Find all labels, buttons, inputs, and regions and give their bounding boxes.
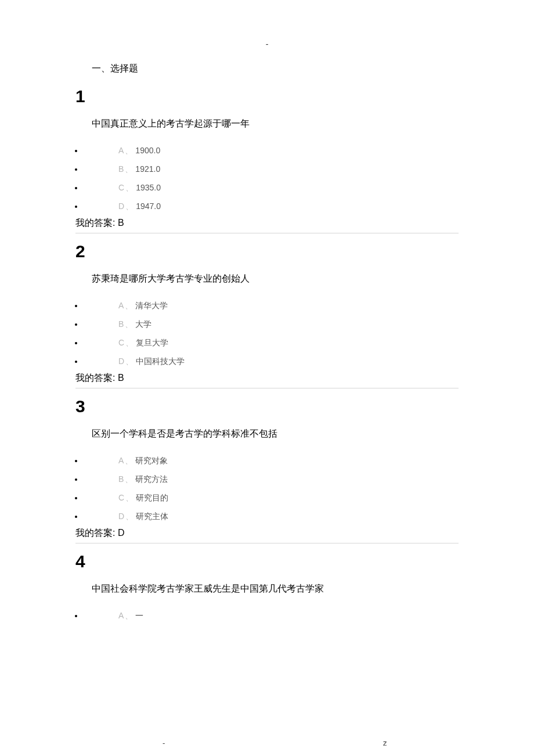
option-item: A、清华大学 — [84, 297, 459, 315]
option-wrap: A、清华大学 — [84, 301, 168, 311]
option-separator: 、 — [125, 456, 133, 465]
footer-dash: - — [163, 739, 165, 747]
option-value: 复旦大学 — [136, 338, 168, 347]
question-text: 区别一个学科是否是考古学的学科标准不包括 — [75, 428, 459, 440]
option-wrap: D、1947.0 — [84, 201, 161, 212]
option-letter: C — [118, 183, 124, 192]
option-separator: 、 — [125, 164, 133, 174]
option-letter: B — [118, 319, 124, 329]
option-value: 1900.0 — [135, 146, 160, 155]
option-letter: D — [118, 201, 124, 211]
answer-value: B — [118, 218, 124, 228]
option-item: A、一 — [84, 607, 459, 625]
question-number: 2 — [75, 242, 459, 261]
option-item: C、研究目的 — [84, 489, 459, 507]
option-wrap: C、复旦大学 — [84, 338, 168, 348]
option-item: C、复旦大学 — [84, 334, 459, 352]
option-value: 大学 — [135, 319, 151, 329]
option-wrap: C、研究目的 — [84, 493, 168, 503]
option-value: 研究主体 — [136, 512, 168, 521]
options-list: A、研究对象B、研究方法C、研究目的D、研究主体 — [75, 452, 459, 526]
question-text: 中国社会科学院考古学家王威先生是中国第几代考古学家 — [75, 583, 459, 595]
option-separator: 、 — [125, 512, 134, 521]
option-letter: A — [118, 611, 124, 620]
options-list: A、1900.0B、1921.0C、1935.0D、1947.0 — [75, 142, 459, 216]
option-item: D、1947.0 — [84, 197, 459, 216]
option-letter: A — [118, 301, 124, 310]
question-number: 3 — [75, 397, 459, 416]
option-wrap: B、大学 — [84, 319, 151, 330]
option-item: A、研究对象 — [84, 452, 459, 470]
answer-row: 我的答案: D — [75, 527, 459, 539]
option-wrap: D、研究主体 — [84, 512, 168, 522]
divider — [75, 543, 459, 543]
option-item: D、研究主体 — [84, 507, 459, 526]
option-separator: 、 — [125, 319, 133, 329]
answer-label: 我的答案: — [75, 528, 115, 538]
option-item: C、1935.0 — [84, 179, 459, 197]
option-item: D、中国科技大学 — [84, 352, 459, 371]
options-list: A、清华大学B、大学C、复旦大学D、中国科技大学 — [75, 297, 459, 371]
option-value: 中国科技大学 — [136, 357, 185, 366]
option-wrap: A、研究对象 — [84, 456, 168, 466]
option-wrap: A、一 — [84, 611, 143, 621]
answer-value: B — [118, 373, 124, 383]
option-letter: B — [118, 474, 124, 484]
option-value: 研究目的 — [136, 493, 168, 502]
option-letter: C — [118, 493, 124, 502]
option-wrap: D、中国科技大学 — [84, 357, 185, 367]
option-separator: 、 — [125, 201, 134, 211]
divider — [75, 388, 459, 388]
option-letter: B — [118, 164, 124, 174]
footer-z: z — [383, 739, 387, 747]
answer-value: D — [118, 528, 125, 538]
option-separator: 、 — [125, 611, 133, 620]
answer-row: 我的答案: B — [75, 217, 459, 229]
answer-row: 我的答案: B — [75, 372, 459, 384]
option-separator: 、 — [125, 357, 134, 366]
questions-container: 1中国真正意义上的考古学起源于哪一年A、1900.0B、1921.0C、1935… — [75, 87, 459, 625]
option-value: 1935.0 — [136, 183, 161, 192]
option-value: 清华大学 — [135, 301, 168, 310]
question-number: 1 — [75, 87, 459, 106]
option-letter: D — [118, 357, 124, 366]
answer-label: 我的答案: — [75, 373, 115, 383]
option-separator: 、 — [125, 301, 133, 310]
question-text: 中国真正意义上的考古学起源于哪一年 — [75, 118, 459, 130]
option-item: B、研究方法 — [84, 470, 459, 489]
option-value: 研究对象 — [135, 456, 168, 465]
option-wrap: C、1935.0 — [84, 183, 161, 193]
question-number: 4 — [75, 552, 459, 571]
option-value: 1921.0 — [135, 164, 160, 174]
option-letter: D — [118, 512, 124, 521]
options-list: A、一 — [75, 607, 459, 625]
option-separator: 、 — [125, 338, 134, 347]
option-wrap: B、研究方法 — [84, 474, 168, 485]
option-letter: A — [118, 456, 124, 465]
option-item: A、1900.0 — [84, 142, 459, 160]
option-separator: 、 — [125, 493, 134, 502]
divider — [75, 233, 459, 233]
option-wrap: B、1921.0 — [84, 164, 160, 175]
option-letter: C — [118, 338, 124, 347]
option-wrap: A、1900.0 — [84, 146, 160, 156]
option-separator: 、 — [125, 146, 133, 155]
section-title: 一、选择题 — [75, 63, 459, 75]
option-item: B、1921.0 — [84, 160, 459, 179]
option-separator: 、 — [125, 474, 133, 484]
option-value: 1947.0 — [136, 201, 161, 211]
page-top-mark: - — [0, 39, 534, 49]
option-value: 研究方法 — [135, 474, 168, 484]
document-content: 一、选择题 1中国真正意义上的考古学起源于哪一年A、1900.0B、1921.0… — [0, 35, 534, 625]
option-separator: 、 — [125, 183, 134, 192]
option-letter: A — [118, 146, 124, 155]
answer-label: 我的答案: — [75, 218, 115, 228]
option-value: 一 — [135, 611, 143, 620]
question-text: 苏秉琦是哪所大学考古学专业的创始人 — [75, 273, 459, 285]
option-item: B、大学 — [84, 315, 459, 334]
